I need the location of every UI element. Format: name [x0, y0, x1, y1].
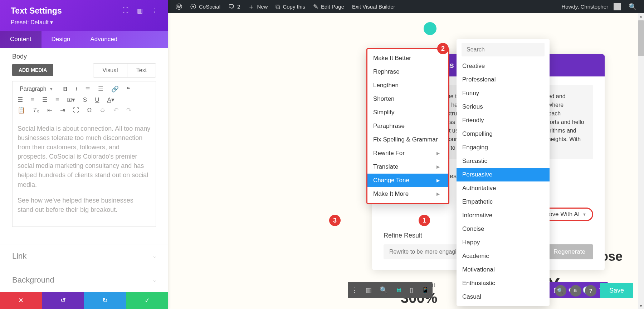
tone-item-academic[interactable]: Academic [457, 249, 550, 263]
improve-item-rephrase[interactable]: Rephrase [367, 65, 448, 79]
improve-with-ai-menu: Make It BetterRephraseLengthenShortenSim… [366, 48, 449, 204]
change-tone-submenu: CreativeProfessionalFunnySeriousFriendly… [457, 39, 550, 306]
underline-icon[interactable]: U [93, 96, 101, 104]
desktop-icon[interactable]: 🖥 [395, 286, 402, 294]
regenerate-button[interactable]: Regenerate [546, 244, 593, 259]
search-page-icon[interactable]: 🔍 [555, 285, 566, 296]
tone-item-enthusiastic[interactable]: Enthusiastic [457, 276, 550, 290]
wp-exit-builder[interactable]: Exit Visual Builder [348, 0, 399, 13]
help-icon[interactable]: ? [585, 285, 596, 296]
table-icon[interactable]: ⊞▾ [65, 96, 77, 104]
wp-copy[interactable]: ⧉Copy this [272, 0, 309, 13]
tone-item-friendly[interactable]: Friendly [457, 114, 550, 127]
improve-item-rewrite-for[interactable]: Rewrite For▶ [367, 146, 448, 160]
redo-button[interactable]: ↻ [84, 292, 126, 309]
strikethrough-icon[interactable]: S [82, 96, 88, 104]
align-right-icon[interactable]: ☰ [41, 96, 49, 104]
improve-item-paraphrase[interactable]: Paraphrase [367, 119, 448, 133]
tone-item-professional[interactable]: Professional [457, 73, 550, 86]
tone-item-authoritative[interactable]: Authoritative [457, 181, 550, 195]
outdent-icon[interactable]: ⇤ [46, 106, 54, 114]
phone-icon[interactable]: 📱 [421, 286, 429, 294]
tab-design[interactable]: Design [42, 31, 80, 48]
tone-item-motivational[interactable]: Motivational [457, 263, 550, 276]
scroll-down-icon[interactable]: ▼ [638, 303, 644, 309]
wp-greeting[interactable]: Howdy, Christopher [557, 0, 625, 13]
scroll-up-icon[interactable]: ▲ [638, 13, 644, 19]
wp-edit-page[interactable]: ✎Edit Page [309, 0, 348, 13]
improve-item-simplify[interactable]: Simplify [367, 106, 448, 119]
redo-icon[interactable]: ↷ [125, 106, 133, 114]
close-button[interactable]: ✕ [0, 292, 42, 309]
undo-icon[interactable]: ↶ [112, 106, 120, 114]
text-color-icon[interactable]: A▾ [106, 96, 116, 104]
callout-badge-3: 3 [329, 215, 341, 226]
wp-site[interactable]: ⦿CoSocial [186, 0, 224, 13]
tone-item-creative[interactable]: Creative [457, 59, 550, 73]
improve-item-change-tone[interactable]: Change Tone▶ [367, 174, 448, 187]
layers-icon[interactable]: ≋ [570, 285, 581, 296]
save-button[interactable]: Save [600, 283, 633, 298]
tone-item-casual[interactable]: Casual [457, 290, 550, 304]
menu-icon[interactable]: ⋮ [351, 286, 358, 294]
wp-logo[interactable]: ⓦ [172, 0, 186, 13]
undo-button[interactable]: ↺ [42, 292, 84, 309]
editor-mode-text[interactable]: Text [127, 64, 156, 77]
tab-content[interactable]: Content [0, 31, 42, 48]
numbered-list-icon[interactable]: ☰ [97, 85, 105, 93]
wp-new[interactable]: ＋New [244, 0, 272, 13]
improve-item-shorten[interactable]: Shorten [367, 92, 448, 106]
special-char-icon[interactable]: Ω [86, 106, 93, 114]
improve-item-translate[interactable]: Translate▶ [367, 160, 448, 174]
add-media-button[interactable]: ADD MEDIA [12, 64, 53, 76]
tone-item-funny[interactable]: Funny [457, 86, 550, 100]
avatar [614, 3, 621, 10]
viewport-toolbar: ⋮ ▦ 🔍 🖥 ▯ 📱 [348, 282, 433, 298]
tone-search-input[interactable] [462, 43, 545, 56]
paste-icon[interactable]: 📋 [16, 106, 26, 114]
tablet-icon[interactable]: ▯ [410, 286, 413, 294]
columns-icon[interactable]: ▥ [137, 7, 143, 15]
tone-item-empathetic[interactable]: Empathetic [457, 195, 550, 209]
confirm-button[interactable]: ✓ [126, 292, 169, 309]
wp-search-icon[interactable]: 🔍 [625, 0, 640, 13]
tone-item-compelling[interactable]: Compelling [457, 127, 550, 141]
improve-item-lengthen[interactable]: Lengthen [367, 79, 448, 92]
wp-comments[interactable]: 🗨2 [224, 0, 244, 13]
editor-textarea[interactable]: Social Media is about connection. All to… [12, 118, 156, 227]
scrollbar-thumb[interactable] [638, 20, 644, 56]
editor-mode-visual[interactable]: Visual [93, 64, 127, 77]
expand-icon[interactable]: ⛶ [122, 7, 128, 15]
indent-icon[interactable]: ⇥ [59, 106, 67, 114]
tone-item-concise[interactable]: Concise [457, 222, 550, 236]
more-icon[interactable]: ⋮ [151, 7, 157, 15]
tone-item-happy[interactable]: Happy [457, 236, 550, 249]
improve-item-make-it-more[interactable]: Make It More▶ [367, 187, 448, 201]
tone-item-serious[interactable]: Serious [457, 100, 550, 114]
accordion-background[interactable]: Background⌵ [0, 268, 168, 292]
format-select[interactable]: Paragraph▼ [16, 84, 57, 94]
clear-format-icon[interactable]: Tₓ [31, 106, 41, 114]
tone-item-persuasive[interactable]: Persuasive [457, 168, 550, 181]
italic-icon[interactable]: I [74, 85, 79, 93]
quote-icon[interactable]: ❝ [125, 85, 131, 93]
improve-item-make-it-better[interactable]: Make It Better [367, 51, 448, 65]
scrollbar[interactable]: ▲ ▼ [638, 13, 644, 309]
tone-item-sarcastic[interactable]: Sarcastic [457, 154, 550, 168]
bold-icon[interactable]: B [62, 85, 69, 93]
tab-advanced[interactable]: Advanced [80, 31, 127, 48]
accordion-link[interactable]: Link⌵ [0, 244, 168, 268]
improve-item-fix-spelling-grammar[interactable]: Fix Spelling & Grammar [367, 133, 448, 146]
align-justify-icon[interactable]: ≡ [54, 96, 60, 104]
tone-item-engaging[interactable]: Engaging [457, 141, 550, 154]
preset-dropdown[interactable]: Preset: Default ▾ [11, 19, 157, 26]
link-icon[interactable]: 🔗 [110, 85, 120, 93]
align-left-icon[interactable]: ☰ [16, 96, 24, 104]
bullet-list-icon[interactable]: ≣ [84, 85, 92, 93]
tone-item-informative[interactable]: Informative [457, 209, 550, 222]
wireframe-icon[interactable]: ▦ [366, 286, 372, 294]
emoji-icon[interactable]: ☺ [98, 106, 107, 114]
align-center-icon[interactable]: ≡ [29, 96, 36, 104]
zoom-icon[interactable]: 🔍 [380, 286, 387, 294]
fullscreen-icon[interactable]: ⛶ [72, 106, 80, 114]
